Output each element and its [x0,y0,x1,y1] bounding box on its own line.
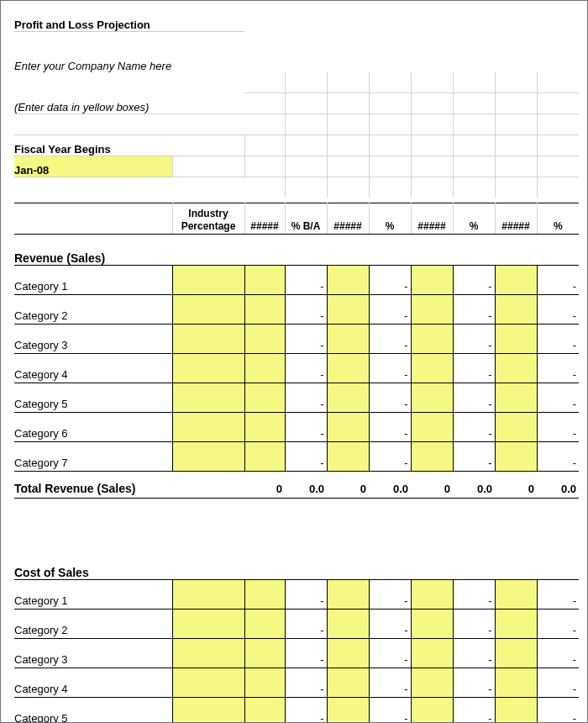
data-input-cell[interactable] [172,668,244,698]
company-name-input[interactable]: Enter your Company Name here [14,52,285,72]
data-input-cell[interactable] [411,325,453,354]
data-input-cell[interactable] [172,383,244,413]
data-input-cell[interactable] [411,580,453,610]
data-input-cell[interactable] [172,639,244,668]
data-input-cell[interactable] [172,325,244,354]
data-input-cell[interactable] [495,698,537,724]
computed-cell: - [369,698,411,724]
data-input-cell[interactable] [411,383,453,413]
data-input-cell[interactable] [327,639,369,668]
computed-cell: - [369,266,411,295]
data-input-cell[interactable] [411,639,453,668]
page-title: Profit and Loss Projection [14,11,244,32]
fiscal-year-label: Fiscal Year Begins [14,135,244,156]
computed-cell: - [453,698,495,724]
data-input-cell[interactable] [411,698,453,724]
data-input-cell[interactable] [327,354,369,383]
data-input-cell[interactable] [327,610,369,639]
category-row: Category 4---- [14,668,579,698]
data-input-cell[interactable] [411,354,453,383]
data-input-cell[interactable] [172,413,244,442]
fiscal-year-input[interactable]: Jan-08 [14,156,172,177]
data-input-cell[interactable] [172,610,244,639]
category-label: Category 2 [14,610,172,639]
data-input-cell[interactable] [244,354,285,383]
computed-cell: - [285,383,327,413]
data-input-cell[interactable] [244,580,285,610]
data-input-cell[interactable] [495,413,537,442]
data-input-cell[interactable] [411,295,453,325]
data-input-cell[interactable] [411,668,453,698]
section-header: Revenue (Sales) [14,235,579,266]
computed-cell: - [285,295,327,325]
total-value: 0.0 [369,472,411,499]
category-label: Category 5 [14,383,172,413]
computed-cell: - [285,698,327,724]
data-input-cell[interactable] [495,442,537,472]
data-input-cell[interactable] [495,610,537,639]
data-input-cell[interactable] [244,698,285,724]
computed-cell: - [537,325,579,354]
data-input-cell[interactable] [172,266,244,295]
data-input-cell[interactable] [495,639,537,668]
data-input-cell[interactable] [244,610,285,639]
total-value: 0.0 [285,472,327,499]
section-header: Cost of Sales [14,549,579,580]
computed-cell: - [537,354,579,383]
data-input-cell[interactable] [411,442,453,472]
data-input-cell[interactable] [244,442,285,472]
data-input-cell[interactable] [244,325,285,354]
computed-cell: - [369,295,411,325]
data-input-cell[interactable] [495,668,537,698]
total-row: Total Revenue (Sales)00.000.000.000.0 [14,472,579,499]
data-input-cell[interactable] [172,295,244,325]
computed-cell: - [537,383,579,413]
computed-cell: - [537,668,579,698]
total-value: 0 [327,472,369,499]
data-input-cell[interactable] [495,383,537,413]
computed-cell: - [369,610,411,639]
category-label: Category 6 [14,413,172,442]
data-input-cell[interactable] [495,325,537,354]
data-input-cell[interactable] [327,668,369,698]
data-input-cell[interactable] [327,698,369,724]
data-input-cell[interactable] [495,354,537,383]
data-input-cell[interactable] [244,639,285,668]
data-input-cell[interactable] [172,698,244,724]
data-input-cell[interactable] [172,442,244,472]
col-header-p3: % [453,203,495,235]
data-input-cell[interactable] [327,383,369,413]
column-headers: Industry Percentage ##### % B/A ##### % … [14,203,579,235]
data-input-cell[interactable] [172,354,244,383]
data-input-cell[interactable] [411,413,453,442]
data-input-cell[interactable] [495,266,537,295]
data-input-cell[interactable] [327,580,369,610]
computed-cell: - [285,668,327,698]
data-input-cell[interactable] [411,266,453,295]
section-title: Cost of Sales [14,549,579,580]
data-input-cell[interactable] [327,442,369,472]
data-input-cell[interactable] [327,266,369,295]
computed-cell: - [369,413,411,442]
data-input-cell[interactable] [244,266,285,295]
computed-cell: - [453,580,495,610]
data-input-cell[interactable] [495,580,537,610]
data-input-cell[interactable] [244,668,285,698]
data-input-cell[interactable] [495,295,537,325]
data-input-cell[interactable] [327,295,369,325]
data-input-cell[interactable] [172,580,244,610]
data-input-cell[interactable] [327,325,369,354]
computed-cell: - [369,383,411,413]
data-input-cell[interactable] [244,383,285,413]
col-header-h3: ##### [411,203,453,235]
data-input-cell[interactable] [244,413,285,442]
category-row: Category 6---- [14,413,579,442]
computed-cell: - [369,580,411,610]
computed-cell: - [453,325,495,354]
data-input-cell[interactable] [327,413,369,442]
computed-cell: - [453,354,495,383]
computed-cell: - [453,413,495,442]
data-input-cell[interactable] [244,295,285,325]
data-input-cell[interactable] [411,610,453,639]
computed-cell: - [453,266,495,295]
